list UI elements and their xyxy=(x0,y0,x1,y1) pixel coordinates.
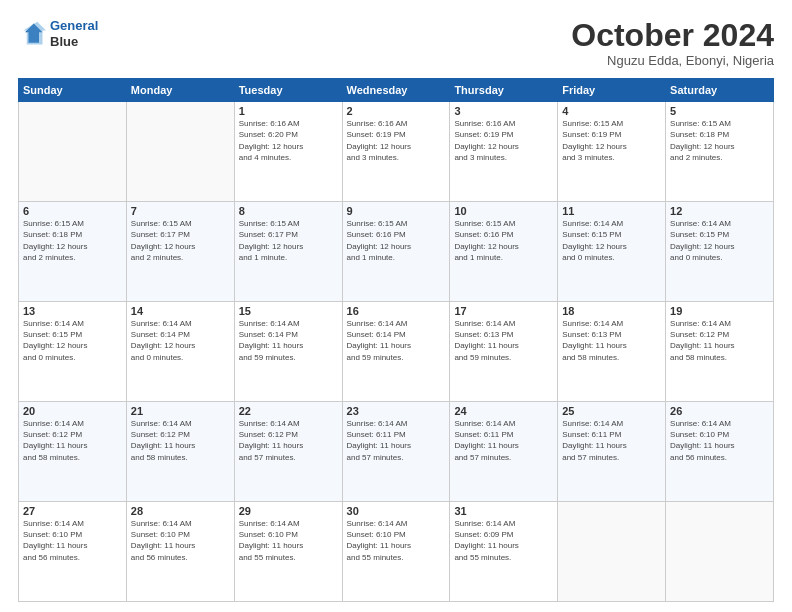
calendar-week-row: 27Sunrise: 6:14 AM Sunset: 6:10 PM Dayli… xyxy=(19,502,774,602)
day-number: 19 xyxy=(670,305,769,317)
logo-text: General Blue xyxy=(50,18,98,49)
day-number: 21 xyxy=(131,405,230,417)
calendar-header: SundayMondayTuesdayWednesdayThursdayFrid… xyxy=(19,79,774,102)
calendar-cell: 10Sunrise: 6:15 AM Sunset: 6:16 PM Dayli… xyxy=(450,202,558,302)
calendar-cell: 9Sunrise: 6:15 AM Sunset: 6:16 PM Daylig… xyxy=(342,202,450,302)
calendar-cell xyxy=(666,502,774,602)
day-number: 31 xyxy=(454,505,553,517)
calendar-cell: 19Sunrise: 6:14 AM Sunset: 6:12 PM Dayli… xyxy=(666,302,774,402)
page: General Blue October 2024 Nguzu Edda, Eb… xyxy=(0,0,792,612)
calendar-cell: 17Sunrise: 6:14 AM Sunset: 6:13 PM Dayli… xyxy=(450,302,558,402)
day-number: 30 xyxy=(347,505,446,517)
day-number: 5 xyxy=(670,105,769,117)
day-info: Sunrise: 6:14 AM Sunset: 6:12 PM Dayligh… xyxy=(23,418,122,463)
weekday-header: Monday xyxy=(126,79,234,102)
day-number: 29 xyxy=(239,505,338,517)
title-block: October 2024 Nguzu Edda, Ebonyi, Nigeria xyxy=(571,18,774,68)
calendar-cell: 11Sunrise: 6:14 AM Sunset: 6:15 PM Dayli… xyxy=(558,202,666,302)
day-info: Sunrise: 6:14 AM Sunset: 6:10 PM Dayligh… xyxy=(239,518,338,563)
calendar-cell: 27Sunrise: 6:14 AM Sunset: 6:10 PM Dayli… xyxy=(19,502,127,602)
calendar-cell: 2Sunrise: 6:16 AM Sunset: 6:19 PM Daylig… xyxy=(342,102,450,202)
day-number: 23 xyxy=(347,405,446,417)
day-info: Sunrise: 6:16 AM Sunset: 6:19 PM Dayligh… xyxy=(454,118,553,163)
day-info: Sunrise: 6:15 AM Sunset: 6:18 PM Dayligh… xyxy=(23,218,122,263)
day-info: Sunrise: 6:15 AM Sunset: 6:16 PM Dayligh… xyxy=(347,218,446,263)
day-number: 1 xyxy=(239,105,338,117)
day-info: Sunrise: 6:14 AM Sunset: 6:15 PM Dayligh… xyxy=(562,218,661,263)
day-number: 18 xyxy=(562,305,661,317)
day-info: Sunrise: 6:14 AM Sunset: 6:12 PM Dayligh… xyxy=(239,418,338,463)
day-info: Sunrise: 6:14 AM Sunset: 6:11 PM Dayligh… xyxy=(347,418,446,463)
day-info: Sunrise: 6:14 AM Sunset: 6:10 PM Dayligh… xyxy=(347,518,446,563)
day-info: Sunrise: 6:14 AM Sunset: 6:12 PM Dayligh… xyxy=(131,418,230,463)
day-number: 17 xyxy=(454,305,553,317)
calendar-week-row: 1Sunrise: 6:16 AM Sunset: 6:20 PM Daylig… xyxy=(19,102,774,202)
day-number: 10 xyxy=(454,205,553,217)
weekday-header: Wednesday xyxy=(342,79,450,102)
day-info: Sunrise: 6:14 AM Sunset: 6:13 PM Dayligh… xyxy=(454,318,553,363)
day-info: Sunrise: 6:14 AM Sunset: 6:14 PM Dayligh… xyxy=(131,318,230,363)
calendar: SundayMondayTuesdayWednesdayThursdayFrid… xyxy=(18,78,774,602)
calendar-cell: 15Sunrise: 6:14 AM Sunset: 6:14 PM Dayli… xyxy=(234,302,342,402)
day-info: Sunrise: 6:14 AM Sunset: 6:14 PM Dayligh… xyxy=(239,318,338,363)
calendar-cell: 22Sunrise: 6:14 AM Sunset: 6:12 PM Dayli… xyxy=(234,402,342,502)
calendar-cell: 28Sunrise: 6:14 AM Sunset: 6:10 PM Dayli… xyxy=(126,502,234,602)
day-number: 3 xyxy=(454,105,553,117)
calendar-cell: 31Sunrise: 6:14 AM Sunset: 6:09 PM Dayli… xyxy=(450,502,558,602)
calendar-cell: 18Sunrise: 6:14 AM Sunset: 6:13 PM Dayli… xyxy=(558,302,666,402)
day-info: Sunrise: 6:14 AM Sunset: 6:09 PM Dayligh… xyxy=(454,518,553,563)
day-number: 12 xyxy=(670,205,769,217)
day-number: 28 xyxy=(131,505,230,517)
day-info: Sunrise: 6:15 AM Sunset: 6:17 PM Dayligh… xyxy=(131,218,230,263)
day-number: 8 xyxy=(239,205,338,217)
calendar-cell: 12Sunrise: 6:14 AM Sunset: 6:15 PM Dayli… xyxy=(666,202,774,302)
weekday-header: Friday xyxy=(558,79,666,102)
day-info: Sunrise: 6:15 AM Sunset: 6:16 PM Dayligh… xyxy=(454,218,553,263)
calendar-cell xyxy=(19,102,127,202)
calendar-week-row: 6Sunrise: 6:15 AM Sunset: 6:18 PM Daylig… xyxy=(19,202,774,302)
location-subtitle: Nguzu Edda, Ebonyi, Nigeria xyxy=(571,53,774,68)
day-info: Sunrise: 6:14 AM Sunset: 6:15 PM Dayligh… xyxy=(670,218,769,263)
calendar-week-row: 13Sunrise: 6:14 AM Sunset: 6:15 PM Dayli… xyxy=(19,302,774,402)
calendar-week-row: 20Sunrise: 6:14 AM Sunset: 6:12 PM Dayli… xyxy=(19,402,774,502)
day-number: 25 xyxy=(562,405,661,417)
day-number: 27 xyxy=(23,505,122,517)
day-number: 11 xyxy=(562,205,661,217)
day-number: 24 xyxy=(454,405,553,417)
day-info: Sunrise: 6:14 AM Sunset: 6:13 PM Dayligh… xyxy=(562,318,661,363)
day-info: Sunrise: 6:14 AM Sunset: 6:11 PM Dayligh… xyxy=(454,418,553,463)
calendar-cell xyxy=(126,102,234,202)
day-info: Sunrise: 6:15 AM Sunset: 6:19 PM Dayligh… xyxy=(562,118,661,163)
day-info: Sunrise: 6:14 AM Sunset: 6:14 PM Dayligh… xyxy=(347,318,446,363)
day-number: 26 xyxy=(670,405,769,417)
day-number: 6 xyxy=(23,205,122,217)
weekday-header: Thursday xyxy=(450,79,558,102)
day-number: 15 xyxy=(239,305,338,317)
logo-line1: General xyxy=(50,18,98,33)
calendar-cell: 14Sunrise: 6:14 AM Sunset: 6:14 PM Dayli… xyxy=(126,302,234,402)
calendar-cell: 4Sunrise: 6:15 AM Sunset: 6:19 PM Daylig… xyxy=(558,102,666,202)
calendar-cell: 25Sunrise: 6:14 AM Sunset: 6:11 PM Dayli… xyxy=(558,402,666,502)
day-info: Sunrise: 6:16 AM Sunset: 6:20 PM Dayligh… xyxy=(239,118,338,163)
calendar-cell: 13Sunrise: 6:14 AM Sunset: 6:15 PM Dayli… xyxy=(19,302,127,402)
weekday-header: Sunday xyxy=(19,79,127,102)
calendar-cell: 16Sunrise: 6:14 AM Sunset: 6:14 PM Dayli… xyxy=(342,302,450,402)
day-number: 9 xyxy=(347,205,446,217)
calendar-cell: 21Sunrise: 6:14 AM Sunset: 6:12 PM Dayli… xyxy=(126,402,234,502)
day-number: 7 xyxy=(131,205,230,217)
svg-marker-2 xyxy=(23,21,46,44)
day-number: 22 xyxy=(239,405,338,417)
logo-icon xyxy=(18,20,46,48)
day-info: Sunrise: 6:14 AM Sunset: 6:12 PM Dayligh… xyxy=(670,318,769,363)
header: General Blue October 2024 Nguzu Edda, Eb… xyxy=(18,18,774,68)
day-info: Sunrise: 6:15 AM Sunset: 6:17 PM Dayligh… xyxy=(239,218,338,263)
calendar-cell: 5Sunrise: 6:15 AM Sunset: 6:18 PM Daylig… xyxy=(666,102,774,202)
calendar-cell: 26Sunrise: 6:14 AM Sunset: 6:10 PM Dayli… xyxy=(666,402,774,502)
day-number: 2 xyxy=(347,105,446,117)
day-info: Sunrise: 6:15 AM Sunset: 6:18 PM Dayligh… xyxy=(670,118,769,163)
header-row: SundayMondayTuesdayWednesdayThursdayFrid… xyxy=(19,79,774,102)
day-info: Sunrise: 6:14 AM Sunset: 6:15 PM Dayligh… xyxy=(23,318,122,363)
day-info: Sunrise: 6:16 AM Sunset: 6:19 PM Dayligh… xyxy=(347,118,446,163)
calendar-cell: 30Sunrise: 6:14 AM Sunset: 6:10 PM Dayli… xyxy=(342,502,450,602)
day-info: Sunrise: 6:14 AM Sunset: 6:10 PM Dayligh… xyxy=(670,418,769,463)
